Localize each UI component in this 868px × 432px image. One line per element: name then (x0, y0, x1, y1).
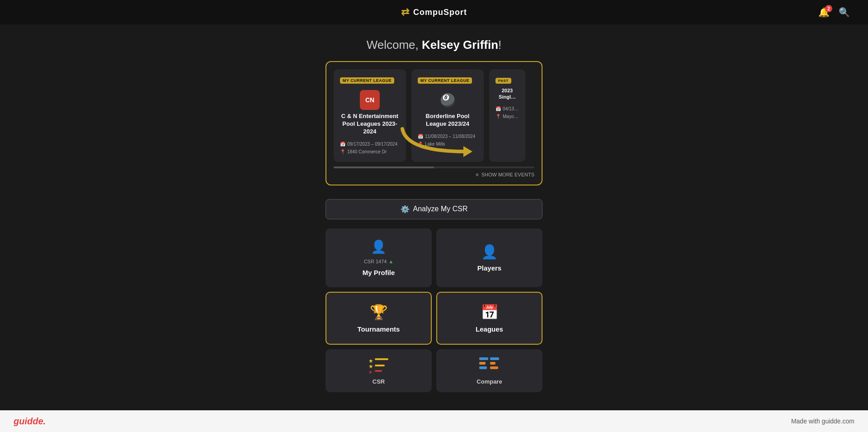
scroll-bar[interactable] (334, 166, 534, 168)
leagues-label: Leagues (476, 325, 503, 333)
csr-badge: CSR 1474 ▲ (364, 259, 394, 264)
calendar-icon-2: 📅 (418, 133, 423, 140)
event-title-2: Borderline Pool League 2023/24 (418, 113, 477, 128)
csr-value: CSR 1474 (364, 259, 387, 264)
welcome-suffix: ! (498, 38, 501, 52)
welcome-name: Kelsey Griffin (422, 38, 498, 52)
header: ⇄ CompuSport 🔔 2 🔍 (0, 0, 868, 24)
tournaments-label: Tournaments (358, 325, 400, 333)
event-badge-2: MY CURRENT LEAGUE (418, 77, 472, 84)
grid-item-players[interactable]: 👤 Players (436, 228, 542, 287)
grid-item-profile[interactable]: 👤 CSR 1474 ▲ My Profile (326, 228, 432, 287)
location-icon-2: 📍 (418, 140, 423, 148)
grid-item-csr[interactable]: ★ ★ ★ CSR (326, 349, 432, 392)
welcome-message: Welcome, Kelsey Griffin! (367, 38, 502, 52)
svg-rect-6 (375, 370, 382, 372)
location-icon-1: 📍 (340, 148, 345, 156)
event-location-3: Mayo… (503, 113, 518, 120)
compare-icon (478, 356, 501, 375)
grid-item-leagues[interactable]: 📅 Leagues (436, 292, 542, 345)
calendar-icon-3: 📅 (495, 105, 501, 113)
grid-item-compare[interactable]: Compare (436, 349, 542, 392)
svg-rect-4 (375, 365, 385, 366)
grid-bottom: ★ ★ ★ CSR (326, 349, 542, 392)
calendar-icon-1: 📅 (340, 140, 345, 148)
event-badge-3: PAST (495, 78, 511, 84)
events-container: MY CURRENT LEAGUE CN C & N Entertainment… (326, 61, 542, 185)
svg-rect-9 (479, 366, 487, 369)
notification-badge: 2 (825, 5, 832, 12)
csr-stars-icon: ★ ★ ★ (368, 356, 390, 375)
svg-rect-2 (375, 358, 388, 360)
event-card-3[interactable]: PAST 2023 Singl… 📅 04/13… 📍 Mayo… (489, 69, 525, 162)
event-card-2[interactable]: MY CURRENT LEAGUE 🎱 Borderline Pool Leag… (411, 69, 484, 162)
logo-text: CompuSport (413, 8, 467, 17)
svg-rect-12 (490, 366, 498, 369)
csr-label: CSR (373, 378, 385, 385)
leagues-icon: 📅 (481, 304, 499, 321)
guidde-logo: guidde. (14, 416, 46, 427)
event-date-1: 09/17/2023 – 09/17/2024 (347, 140, 397, 148)
event-date-2: 11/08/2023 – 11/08/2024 (425, 133, 475, 140)
event-title-1: C & N Entertainment Pool Leagues 2023-20… (340, 113, 400, 136)
show-more-label: SHOW MORE EVENTS (481, 172, 534, 177)
scroll-bar-thumb (334, 166, 434, 168)
event-location-1: 1840 Commerce Dr (347, 148, 387, 156)
svg-rect-10 (490, 357, 499, 360)
search-button[interactable]: 🔍 (839, 7, 850, 18)
event-date-3: 04/13… (503, 105, 519, 113)
svg-rect-8 (479, 362, 486, 365)
event-meta-2: 📅 11/08/2023 – 11/08/2024 📍 Lake Mills (418, 133, 477, 148)
welcome-prefix: Welcome, (367, 38, 422, 52)
grid-menu: 👤 CSR 1474 ▲ My Profile 👤 Players 🏆 Tour… (326, 228, 542, 345)
show-more-events[interactable]: ≡ SHOW MORE EVENTS (334, 172, 534, 177)
profile-icon: 👤 (371, 239, 387, 254)
profile-label: My Profile (363, 269, 395, 276)
svg-text:★: ★ (368, 370, 373, 375)
footer: guidde. Made with guidde.com (0, 410, 868, 432)
event-location-2: Lake Mills (425, 140, 445, 148)
footer-tagline: Made with guidde.com (791, 418, 854, 425)
event-title-3: 2023 Singl… (495, 87, 519, 100)
location-icon-3: 📍 (495, 113, 501, 120)
show-more-icon: ≡ (476, 172, 478, 177)
logo-icon: ⇄ (401, 6, 410, 18)
svg-rect-7 (479, 357, 488, 360)
guidde-logo-text: guidde. (14, 416, 46, 426)
event-card-1[interactable]: MY CURRENT LEAGUE CN C & N Entertainment… (334, 69, 406, 162)
grid-item-tournaments[interactable]: 🏆 Tournaments (326, 292, 432, 345)
logo: ⇄ CompuSport (401, 6, 467, 18)
event-meta-1: 📅 09/17/2023 – 09/17/2024 📍 1840 Commerc… (340, 140, 400, 156)
events-scroll: MY CURRENT LEAGUE CN C & N Entertainment… (334, 69, 534, 162)
analyze-icon: ⚙️ (401, 205, 410, 214)
trend-icon: ▲ (388, 259, 393, 264)
event-meta-3: 📅 04/13… 📍 Mayo… (495, 105, 519, 120)
players-label: Players (477, 264, 501, 272)
event-logo-cn: CN (360, 90, 380, 110)
svg-text:★: ★ (368, 363, 373, 370)
trophy-icon: 🏆 (370, 304, 388, 321)
analyze-csr-button[interactable]: ⚙️ Analyze My CSR (326, 199, 542, 219)
event-logo-fire: 🎱 (438, 90, 458, 110)
main-content: Welcome, Kelsey Griffin! MY CURRENT LEAG… (0, 24, 868, 428)
players-icon: 👤 (481, 244, 498, 260)
compare-label: Compare (476, 378, 502, 385)
notification-button[interactable]: 🔔 2 (818, 7, 830, 18)
analyze-label: Analyze My CSR (413, 205, 468, 213)
svg-rect-11 (490, 362, 495, 365)
event-badge-1: MY CURRENT LEAGUE (340, 77, 394, 84)
header-actions: 🔔 2 🔍 (818, 7, 850, 18)
